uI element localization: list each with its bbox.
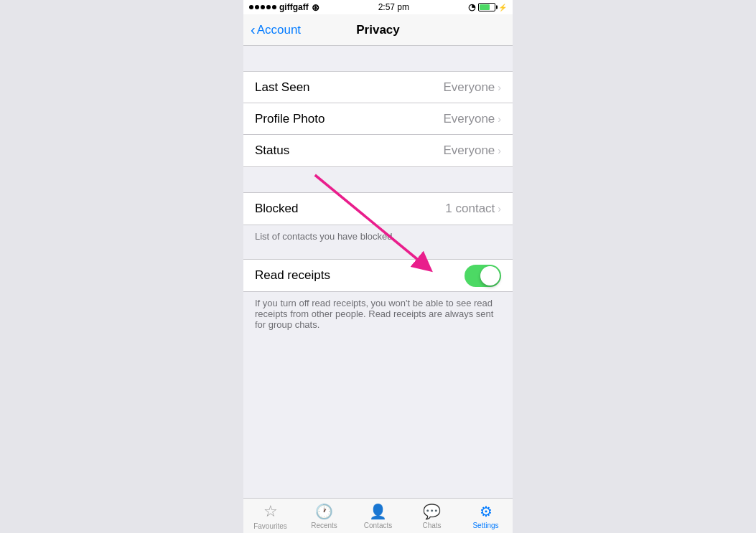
carrier-text: giffgaff — [279, 2, 309, 12]
battery-fill — [480, 4, 490, 10]
lock-icon: ◔ — [468, 2, 475, 12]
status-left: giffgaff ⊛ — [249, 2, 319, 13]
tab-settings[interactable]: ⚙ Settings — [459, 503, 513, 529]
status-time: 2:57 pm — [378, 2, 409, 12]
blocked-chevron-icon: › — [498, 203, 501, 214]
tab-favourites[interactable]: ☆ Favourites — [243, 502, 297, 530]
status-value: Everyone › — [444, 143, 502, 158]
tab-chats[interactable]: 💬 Chats — [405, 503, 459, 529]
star-icon: ☆ — [263, 502, 278, 521]
back-label: Account — [257, 23, 301, 37]
signal-dot-4 — [266, 5, 271, 9]
blocked-row[interactable]: Blocked 1 contact › — [243, 193, 513, 225]
last-seen-label: Last Seen — [255, 80, 310, 95]
last-seen-text: Everyone — [444, 80, 495, 95]
signal-dot-1 — [249, 5, 253, 9]
tab-recents-label: Recents — [311, 522, 337, 529]
section-separator-blocked — [243, 167, 513, 192]
last-seen-chevron-icon: › — [498, 82, 501, 93]
status-text: Everyone — [444, 143, 495, 158]
tab-chats-label: Chats — [422, 522, 441, 529]
read-receipts-label: Read receipts — [255, 268, 330, 283]
battery-icon — [478, 3, 495, 11]
last-seen-row[interactable]: Last Seen Everyone › — [243, 72, 513, 103]
profile-photo-label: Profile Photo — [255, 112, 325, 126]
read-receipts-row[interactable]: Read receipts — [243, 260, 513, 291]
toggle-thumb — [480, 266, 500, 286]
person-icon: 👤 — [369, 503, 387, 520]
visibility-section: Last Seen Everyone › Profile Photo Every… — [243, 71, 513, 167]
read-receipts-footer-text: If you turn off read receipts, you won't… — [255, 298, 493, 330]
charging-icon: ⚡ — [498, 4, 507, 11]
profile-photo-text: Everyone — [444, 112, 495, 126]
tab-bar: ☆ Favourites 🕐 Recents 👤 Contacts 💬 Chat… — [243, 498, 513, 533]
blocked-count-text: 1 contact — [445, 202, 495, 216]
read-receipts-toggle[interactable] — [465, 265, 501, 287]
tab-contacts[interactable]: 👤 Contacts — [351, 503, 405, 529]
back-chevron-icon: ‹ — [251, 22, 256, 37]
signal-dot-3 — [261, 5, 265, 9]
tab-settings-label: Settings — [472, 522, 498, 529]
last-seen-value: Everyone › — [444, 80, 502, 95]
nav-bar: ‹ Account Privacy — [243, 14, 513, 46]
tab-recents[interactable]: 🕐 Recents — [297, 503, 351, 529]
signal-dots — [249, 5, 276, 9]
clock-icon: 🕐 — [315, 503, 333, 520]
blocked-section: Blocked 1 contact › — [243, 192, 513, 225]
blocked-footer: List of contacts you have blocked. — [243, 225, 513, 259]
profile-photo-row[interactable]: Profile Photo Everyone › — [243, 103, 513, 135]
wifi-icon: ⊛ — [312, 2, 319, 13]
chat-icon: 💬 — [423, 503, 441, 520]
page-title: Privacy — [356, 23, 400, 37]
status-label: Status — [255, 143, 289, 158]
tab-contacts-label: Contacts — [364, 522, 392, 529]
content-area: Last Seen Everyone › Profile Photo Every… — [243, 46, 513, 498]
tab-favourites-label: Favourites — [253, 522, 287, 530]
profile-photo-value: Everyone › — [444, 112, 502, 126]
status-bar: giffgaff ⊛ 2:57 pm ◔ ⚡ — [243, 0, 513, 14]
status-row[interactable]: Status Everyone › — [243, 135, 513, 166]
blocked-value: 1 contact › — [445, 202, 501, 216]
read-receipts-section: Read receipts — [243, 259, 513, 292]
signal-dot-5 — [272, 5, 276, 9]
read-receipts-footer: If you turn off read receipts, you won't… — [243, 292, 513, 347]
profile-photo-chevron-icon: › — [498, 113, 501, 125]
blocked-footer-text: List of contacts you have blocked. — [255, 231, 395, 242]
phone-frame: giffgaff ⊛ 2:57 pm ◔ ⚡ ‹ Account Privacy… — [243, 0, 513, 533]
signal-dot-2 — [255, 5, 259, 9]
gear-icon: ⚙ — [480, 503, 493, 520]
status-right: ◔ ⚡ — [468, 2, 507, 12]
status-chevron-icon: › — [498, 145, 501, 156]
back-button[interactable]: ‹ Account — [251, 23, 301, 37]
section-separator-top — [243, 46, 513, 71]
blocked-label: Blocked — [255, 202, 298, 216]
